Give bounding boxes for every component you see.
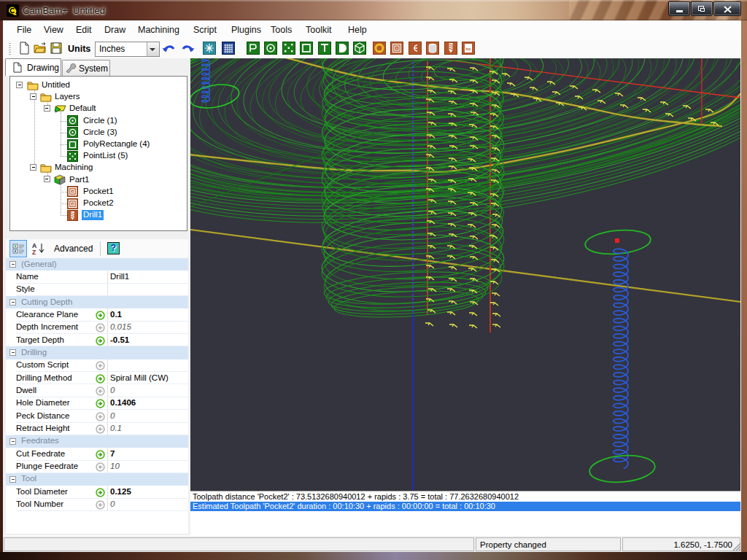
- svg-text:Z: Z: [32, 249, 36, 255]
- svg-text:nc: nc: [465, 47, 471, 51]
